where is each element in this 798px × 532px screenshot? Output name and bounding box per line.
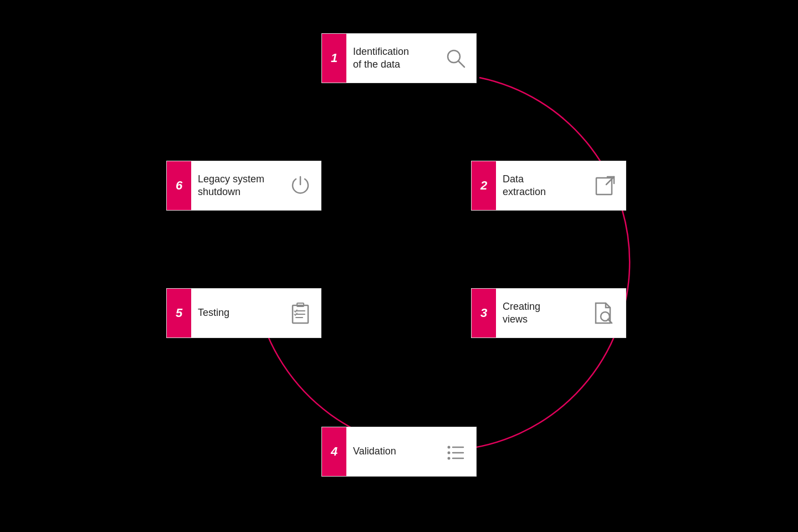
step-5-icon	[287, 301, 314, 325]
step-1-number: 1	[322, 34, 346, 83]
step-4-content: Validation	[346, 434, 476, 469]
svg-point-11	[448, 452, 451, 454]
step-2-content: Dataextraction	[496, 167, 626, 204]
step-2-box: 2 Dataextraction	[471, 161, 626, 211]
svg-point-9	[448, 446, 451, 449]
step-6-icon	[287, 173, 314, 198]
step-3-number: 3	[472, 289, 496, 337]
step-5-label: Testing	[198, 306, 229, 319]
diagram-container: 1 Identificationof the data 2 Dataextrac…	[150, 22, 648, 510]
step-3-box: 3 Creatingviews	[471, 288, 626, 338]
step-4-label: Validation	[353, 445, 396, 458]
step-5-box: 5 Testing	[166, 288, 321, 338]
step-3-content: Creatingviews	[496, 295, 626, 332]
step-4-icon	[442, 439, 469, 464]
step-1-icon	[442, 46, 469, 70]
step-6-box: 6 Legacy systemshutdown	[166, 161, 321, 211]
step-3-icon	[590, 301, 619, 325]
step-1-box: 1 Identificationof the data	[321, 33, 477, 83]
step-6-number: 6	[167, 161, 191, 210]
step-4-number: 4	[322, 427, 346, 476]
svg-line-2	[458, 61, 464, 67]
step-2-number: 2	[472, 161, 496, 210]
step-1-content: Identificationof the data	[346, 40, 476, 77]
step-2-label: Dataextraction	[503, 173, 546, 199]
step-5-number: 5	[167, 289, 191, 337]
step-3-label: Creatingviews	[503, 300, 540, 326]
svg-point-13	[448, 457, 451, 460]
step-1-label: Identificationof the data	[353, 45, 409, 71]
step-6-label: Legacy systemshutdown	[198, 173, 264, 199]
step-5-content: Testing	[191, 295, 321, 331]
step-4-box: 4 Validation	[321, 427, 477, 477]
step-6-content: Legacy systemshutdown	[191, 167, 321, 204]
step-2-icon	[591, 173, 619, 198]
